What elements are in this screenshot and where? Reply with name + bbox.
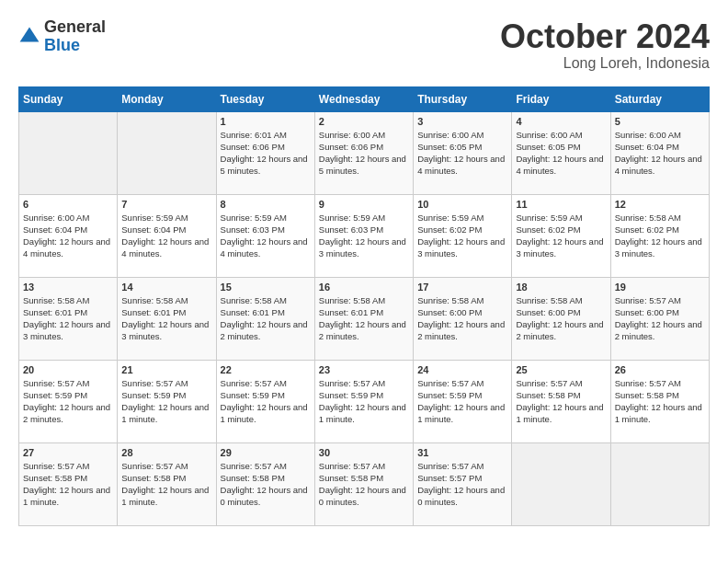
svg-marker-0 (20, 27, 40, 41)
cell-text: Sunrise: 5:58 AMSunset: 6:00 PMDaylight:… (417, 294, 507, 343)
day-number: 14 (121, 282, 211, 293)
day-number: 31 (417, 447, 507, 458)
day-header-thursday: Thursday (414, 86, 512, 111)
day-number: 17 (417, 282, 507, 293)
day-number: 18 (516, 282, 606, 293)
calendar-cell: 11Sunrise: 5:59 AMSunset: 6:02 PMDayligh… (512, 194, 610, 277)
day-number: 21 (121, 364, 211, 375)
cell-text: Sunrise: 5:59 AMSunset: 6:04 PMDaylight:… (121, 212, 211, 260)
day-number: 12 (615, 199, 705, 210)
calendar-cell: 25Sunrise: 5:57 AMSunset: 5:58 PMDayligh… (512, 360, 610, 442)
day-number: 20 (23, 364, 113, 375)
cell-text: Sunrise: 6:00 AMSunset: 6:04 PMDaylight:… (23, 212, 113, 260)
day-header-saturday: Saturday (610, 86, 709, 111)
calendar-cell: 22Sunrise: 5:57 AMSunset: 5:59 PMDayligh… (216, 360, 314, 442)
day-header-sunday: Sunday (19, 86, 118, 111)
cell-text: Sunrise: 5:58 AMSunset: 6:01 PMDaylight:… (23, 294, 113, 343)
calendar-cell: 21Sunrise: 5:57 AMSunset: 5:59 PMDayligh… (118, 360, 216, 442)
logo-general: General (44, 18, 106, 37)
calendar-cell: 23Sunrise: 5:57 AMSunset: 5:59 PMDayligh… (314, 360, 413, 442)
cell-text: Sunrise: 5:57 AMSunset: 5:59 PMDaylight:… (121, 377, 211, 426)
calendar-cell: 18Sunrise: 5:58 AMSunset: 6:00 PMDayligh… (512, 277, 610, 360)
calendar-week-row: 20Sunrise: 5:57 AMSunset: 5:59 PMDayligh… (19, 360, 710, 442)
month-title: October 2024 (500, 18, 710, 55)
cell-text: Sunrise: 5:57 AMSunset: 5:58 PMDaylight:… (615, 377, 705, 426)
calendar-week-row: 1Sunrise: 6:01 AMSunset: 6:06 PMDaylight… (19, 111, 710, 194)
calendar-cell: 5Sunrise: 6:00 AMSunset: 6:04 PMDaylight… (610, 111, 709, 194)
day-number: 23 (319, 364, 409, 375)
calendar-cell: 15Sunrise: 5:58 AMSunset: 6:01 PMDayligh… (216, 277, 314, 360)
day-number: 13 (23, 282, 113, 293)
logo-blue: Blue (44, 37, 106, 55)
calendar-cell: 12Sunrise: 5:58 AMSunset: 6:02 PMDayligh… (610, 194, 709, 277)
calendar-cell: 24Sunrise: 5:57 AMSunset: 5:59 PMDayligh… (414, 360, 512, 442)
calendar-cell: 28Sunrise: 5:57 AMSunset: 5:58 PMDayligh… (118, 442, 216, 525)
calendar-cell (19, 111, 118, 194)
day-header-wednesday: Wednesday (314, 86, 413, 111)
day-number: 1 (221, 116, 311, 127)
day-number: 7 (121, 199, 211, 210)
cell-text: Sunrise: 5:57 AMSunset: 5:58 PMDaylight:… (516, 377, 606, 426)
calendar-week-row: 13Sunrise: 5:58 AMSunset: 6:01 PMDayligh… (19, 277, 710, 360)
calendar-cell: 3Sunrise: 6:00 AMSunset: 6:05 PMDaylight… (414, 111, 512, 194)
cell-text: Sunrise: 5:57 AMSunset: 5:58 PMDaylight:… (23, 460, 113, 509)
cell-text: Sunrise: 5:57 AMSunset: 5:58 PMDaylight:… (319, 460, 409, 509)
day-number: 28 (121, 447, 211, 458)
cell-text: Sunrise: 5:59 AMSunset: 6:03 PMDaylight:… (221, 212, 311, 260)
calendar-cell: 10Sunrise: 5:59 AMSunset: 6:02 PMDayligh… (414, 194, 512, 277)
calendar-cell: 8Sunrise: 5:59 AMSunset: 6:03 PMDaylight… (216, 194, 314, 277)
page-header: General Blue October 2024 Long Loreh, In… (18, 18, 710, 72)
cell-text: Sunrise: 5:57 AMSunset: 5:58 PMDaylight:… (121, 460, 211, 509)
day-number: 5 (615, 116, 705, 127)
cell-text: Sunrise: 5:58 AMSunset: 6:01 PMDaylight:… (121, 294, 211, 343)
day-header-monday: Monday (118, 86, 216, 111)
calendar-cell: 16Sunrise: 5:58 AMSunset: 6:01 PMDayligh… (314, 277, 413, 360)
cell-text: Sunrise: 5:59 AMSunset: 6:03 PMDaylight:… (319, 212, 409, 260)
logo: General Blue (18, 18, 106, 55)
cell-text: Sunrise: 6:00 AMSunset: 6:05 PMDaylight:… (417, 129, 507, 178)
title-block: October 2024 Long Loreh, Indonesia (500, 18, 710, 72)
calendar-cell: 6Sunrise: 6:00 AMSunset: 6:04 PMDaylight… (19, 194, 118, 277)
calendar-cell: 27Sunrise: 5:57 AMSunset: 5:58 PMDayligh… (19, 442, 118, 525)
day-number: 9 (319, 199, 409, 210)
cell-text: Sunrise: 5:57 AMSunset: 5:58 PMDaylight:… (221, 460, 311, 509)
day-number: 16 (319, 282, 409, 293)
calendar-cell (610, 442, 709, 525)
cell-text: Sunrise: 5:57 AMSunset: 5:59 PMDaylight:… (23, 377, 113, 426)
day-number: 19 (615, 282, 705, 293)
cell-text: Sunrise: 5:59 AMSunset: 6:02 PMDaylight:… (516, 212, 606, 260)
day-number: 25 (516, 364, 606, 375)
calendar-header-row: SundayMondayTuesdayWednesdayThursdayFrid… (19, 86, 710, 111)
calendar-cell: 7Sunrise: 5:59 AMSunset: 6:04 PMDaylight… (118, 194, 216, 277)
calendar-cell: 20Sunrise: 5:57 AMSunset: 5:59 PMDayligh… (19, 360, 118, 442)
location: Long Loreh, Indonesia (500, 55, 710, 72)
calendar-cell: 2Sunrise: 6:00 AMSunset: 6:06 PMDaylight… (314, 111, 413, 194)
cell-text: Sunrise: 5:58 AMSunset: 6:01 PMDaylight:… (319, 294, 409, 343)
calendar-cell: 9Sunrise: 5:59 AMSunset: 6:03 PMDaylight… (314, 194, 413, 277)
day-number: 15 (221, 282, 311, 293)
calendar-cell (118, 111, 216, 194)
calendar-cell: 1Sunrise: 6:01 AMSunset: 6:06 PMDaylight… (216, 111, 314, 194)
cell-text: Sunrise: 6:01 AMSunset: 6:06 PMDaylight:… (221, 129, 311, 178)
calendar-cell: 4Sunrise: 6:00 AMSunset: 6:05 PMDaylight… (512, 111, 610, 194)
cell-text: Sunrise: 5:57 AMSunset: 5:57 PMDaylight:… (417, 460, 507, 509)
calendar-cell: 29Sunrise: 5:57 AMSunset: 5:58 PMDayligh… (216, 442, 314, 525)
calendar-cell: 17Sunrise: 5:58 AMSunset: 6:00 PMDayligh… (414, 277, 512, 360)
calendar-cell (512, 442, 610, 525)
calendar-cell: 14Sunrise: 5:58 AMSunset: 6:01 PMDayligh… (118, 277, 216, 360)
day-number: 8 (221, 199, 311, 210)
day-number: 22 (221, 364, 311, 375)
day-number: 2 (319, 116, 409, 127)
cell-text: Sunrise: 5:57 AMSunset: 6:00 PMDaylight:… (615, 294, 705, 343)
cell-text: Sunrise: 6:00 AMSunset: 6:04 PMDaylight:… (615, 129, 705, 178)
cell-text: Sunrise: 5:57 AMSunset: 5:59 PMDaylight:… (417, 377, 507, 426)
logo-text: General Blue (44, 18, 106, 55)
cell-text: Sunrise: 5:59 AMSunset: 6:02 PMDaylight:… (417, 212, 507, 260)
calendar-week-row: 6Sunrise: 6:00 AMSunset: 6:04 PMDaylight… (19, 194, 710, 277)
logo-icon (18, 26, 40, 48)
calendar-week-row: 27Sunrise: 5:57 AMSunset: 5:58 PMDayligh… (19, 442, 710, 525)
day-header-tuesday: Tuesday (216, 86, 314, 111)
day-number: 30 (319, 447, 409, 458)
day-number: 11 (516, 199, 606, 210)
cell-text: Sunrise: 5:57 AMSunset: 5:59 PMDaylight:… (319, 377, 409, 426)
